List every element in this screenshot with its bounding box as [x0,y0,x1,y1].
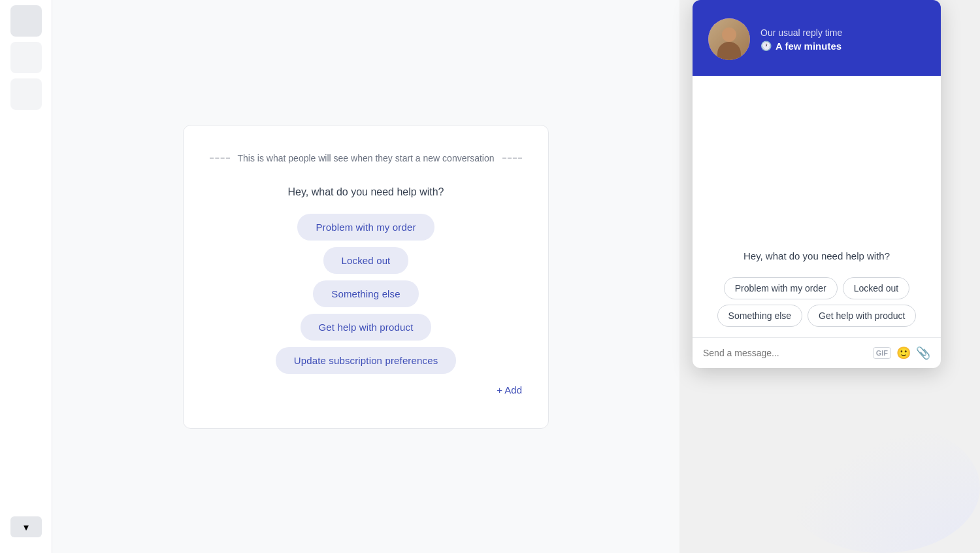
chat-header: Our usual reply time 🕐 A few minutes [693,0,941,76]
add-button[interactable]: + Add [497,384,522,395]
chevron-down-icon: ▾ [24,521,29,533]
chat-question: Hey, what do you need help with? [706,250,928,261]
option-btn-0[interactable]: Problem with my order [297,214,434,241]
chat-actions: GIF 🙂 📎 [873,346,930,360]
reply-label: Our usual reply time [760,27,842,38]
reply-time-value: A few minutes [776,41,841,52]
reply-time: 🕐 A few minutes [760,41,842,52]
chat-input[interactable] [703,348,868,358]
chat-option-1[interactable]: Locked out [843,277,910,299]
gif-button[interactable]: GIF [873,347,891,359]
options-list: Problem with my order Locked out Somethi… [210,214,522,374]
clock-icon: 🕐 [760,41,772,51]
center-card: This is what people will see when they s… [183,125,549,429]
sidebar-item-2[interactable] [10,42,42,73]
attachment-icon[interactable]: 📎 [916,346,930,360]
chat-option-0[interactable]: Problem with my order [724,277,838,299]
dashed-line-left [210,158,230,159]
sidebar-dropdown[interactable]: ▾ [10,516,42,537]
chat-option-2[interactable]: Something else [717,305,803,327]
chat-option-3[interactable]: Get help with product [808,305,916,327]
chat-options: Hey, what do you need help with? Problem… [706,120,928,327]
chat-body: Hey, what do you need help with? Problem… [693,76,941,337]
sidebar-item-1[interactable] [10,5,42,37]
option-btn-1[interactable]: Locked out [323,247,409,274]
chat-input-area: GIF 🙂 📎 [693,337,941,368]
preview-panel: Our usual reply time 🕐 A few minutes Hey… [679,0,980,553]
avatar-inner [708,18,750,60]
option-btn-4[interactable]: Update subscription preferences [276,347,457,374]
emoji-icon[interactable]: 🙂 [896,346,911,360]
avatar [708,18,750,60]
option-btn-2[interactable]: Something else [313,280,419,307]
bg-decoration [784,422,980,553]
card-description: This is what people will see when they s… [210,152,522,165]
avatar-person [716,27,742,60]
chat-widget: Our usual reply time 🕐 A few minutes Hey… [693,0,941,368]
sidebar: ▾ [0,0,52,553]
sidebar-item-3[interactable] [10,78,42,110]
main-content: This is what people will see when they s… [52,0,679,553]
avatar-head [722,27,736,42]
avatar-body [717,42,741,60]
help-question: Hey, what do you need help with? [288,186,444,198]
reply-info: Our usual reply time 🕐 A few minutes [760,27,842,52]
dashed-line-right [502,158,523,159]
option-btn-3[interactable]: Get help with product [301,314,432,341]
description-text: This is what people will see when they s… [230,152,502,165]
